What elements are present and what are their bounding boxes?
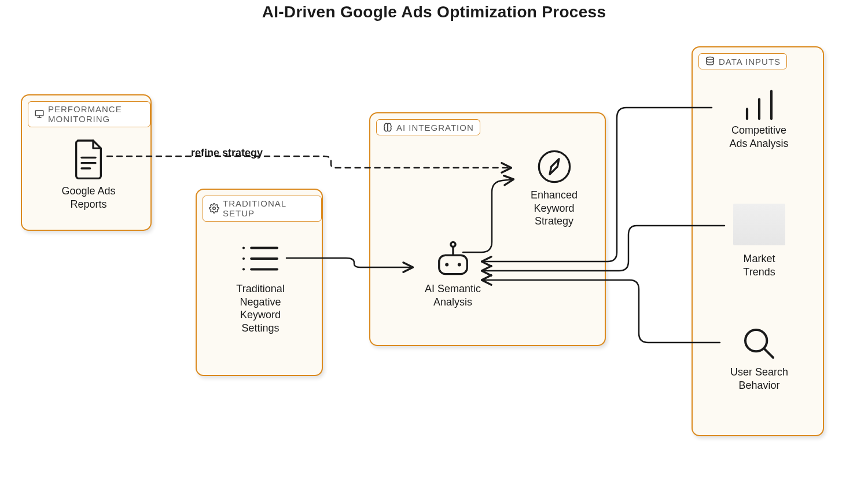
panel-label-ai-text: AI INTEGRATION — [396, 123, 474, 132]
svg-marker-14 — [550, 159, 559, 175]
list-icon — [237, 242, 284, 275]
gear-icon — [209, 203, 219, 213]
node-user-search-behavior: User Search Behavior — [724, 325, 794, 392]
panel-label-data: DATA INPUTS — [698, 53, 787, 69]
compass-icon — [536, 148, 573, 185]
svg-rect-17 — [439, 255, 466, 274]
panel-label-traditional-text: TRADITIONAL SETUP — [223, 198, 315, 219]
search-icon — [741, 325, 778, 362]
node-traditional-negative-keywords: Traditional Negative Keyword Settings — [220, 242, 301, 334]
svg-point-24 — [745, 330, 767, 351]
panel-ai-integration: AI INTEGRATION Enhanced Keyword Strategy… — [369, 112, 606, 346]
node-competitive-ads-analysis-label: Competitive Ads Analysis — [723, 124, 795, 150]
monitor-icon — [34, 109, 45, 119]
database-icon — [705, 56, 715, 67]
svg-point-19 — [457, 263, 461, 266]
svg-point-13 — [539, 151, 569, 182]
bar-chart-icon — [739, 88, 779, 120]
svg-point-9 — [242, 257, 245, 260]
node-traditional-negative-keywords-label: Traditional Negative Keyword Settings — [220, 282, 301, 334]
panel-label-ai: AI INTEGRATION — [376, 119, 480, 135]
document-icon — [70, 137, 107, 181]
panel-performance-monitoring: PERFORMANCE MONITORING Google Ads Report… — [21, 94, 152, 231]
panel-data-inputs: DATA INPUTS Competitive Ads Analysis Mar… — [692, 46, 824, 436]
panel-label-performance: PERFORMANCE MONITORING — [28, 101, 150, 127]
node-ai-semantic-analysis-label: AI Semantic Analysis — [414, 282, 492, 308]
panel-traditional-setup: TRADITIONAL SETUP Traditional Negative K… — [196, 189, 323, 376]
node-market-trends-label: Market Trends — [727, 252, 791, 278]
edge-label-refine-strategy: refine strategy — [191, 147, 263, 159]
diagram-title: AI-Driven Google Ads Optimization Proces… — [0, 3, 868, 21]
svg-point-18 — [445, 263, 448, 266]
svg-point-7 — [242, 246, 245, 249]
panel-label-data-text: DATA INPUTS — [719, 57, 781, 67]
trends-icon — [733, 204, 785, 245]
node-google-ads-reports: Google Ads Reports — [57, 137, 120, 211]
brain-icon — [382, 122, 393, 132]
robot-icon — [433, 240, 473, 279]
node-competitive-ads-analysis: Competitive Ads Analysis — [723, 88, 795, 150]
svg-point-20 — [707, 57, 713, 60]
svg-line-25 — [764, 349, 773, 358]
node-ai-semantic-analysis: AI Semantic Analysis — [414, 240, 492, 308]
svg-rect-0 — [35, 111, 43, 116]
node-market-trends: Market Trends — [727, 204, 791, 278]
node-enhanced-keyword-strategy: Enhanced Keyword Strategy — [515, 148, 593, 228]
node-enhanced-keyword-strategy-label: Enhanced Keyword Strategy — [515, 189, 593, 228]
panel-label-performance-text: PERFORMANCE MONITORING — [48, 104, 144, 124]
svg-point-6 — [213, 207, 216, 210]
node-user-search-behavior-label: User Search Behavior — [724, 366, 794, 392]
svg-point-11 — [242, 268, 245, 270]
node-google-ads-reports-label: Google Ads Reports — [57, 185, 120, 211]
panel-label-traditional: TRADITIONAL SETUP — [203, 196, 322, 222]
